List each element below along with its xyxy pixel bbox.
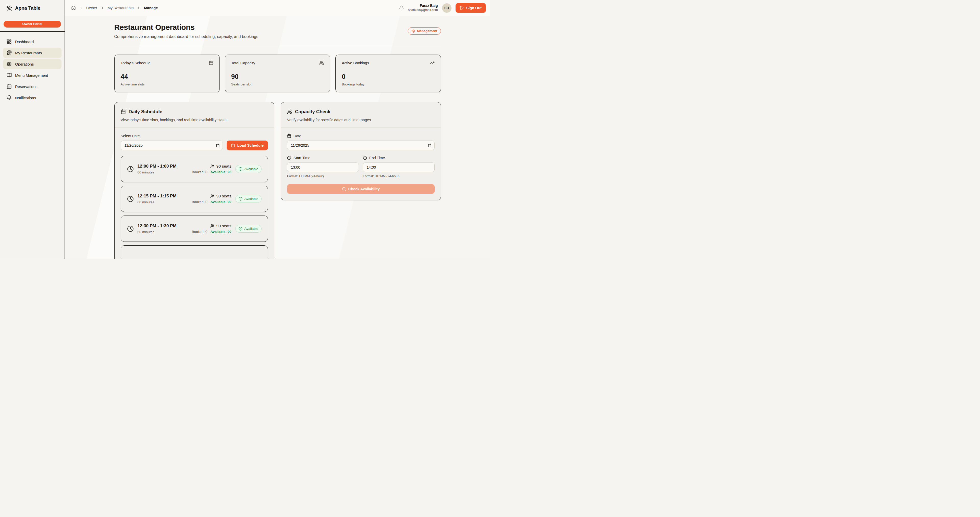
sidebar-item-label: Reservations xyxy=(15,84,38,89)
stat-value: 44 xyxy=(121,73,213,81)
stat-caption: Seats per slot xyxy=(231,82,324,86)
calendar-icon xyxy=(6,84,12,89)
slot-seats: 90 seats xyxy=(216,224,231,228)
gear-icon xyxy=(411,29,415,33)
panel-title: Capacity Check xyxy=(295,109,331,114)
capacity-date-input[interactable] xyxy=(287,141,434,150)
stat-title: Today's Schedule xyxy=(121,61,151,65)
gear-icon xyxy=(6,62,12,67)
home-icon[interactable] xyxy=(71,6,76,10)
slot-seats: 90 seats xyxy=(216,194,231,198)
stat-card-todays-schedule: Today's Schedule 44 Active time slots xyxy=(115,55,220,92)
clock-icon xyxy=(127,196,134,202)
capacity-check-panel: Capacity Check Verify availability for s… xyxy=(281,102,441,200)
sidebar-nav: Dashboard My Restaurants xyxy=(0,32,65,107)
sidebar-item-menu-management[interactable]: Menu Management xyxy=(3,70,62,80)
search-icon xyxy=(342,187,346,191)
panel-subtitle: View today's time slots, bookings, and r… xyxy=(121,118,268,122)
sidebar-item-notifications[interactable]: Notifications xyxy=(3,93,62,103)
users-icon xyxy=(287,109,292,114)
layout-dashboard-icon xyxy=(6,39,12,44)
topbar: Owner My Restaurants Manage xyxy=(65,0,490,16)
slot-duration: 60 minutes xyxy=(138,170,177,174)
slot-card[interactable]: 12:30 PM - 1:30 PM 60 minutes xyxy=(121,216,268,242)
bell-icon[interactable] xyxy=(399,5,404,11)
sign-out-button[interactable]: Sign Out xyxy=(455,3,486,13)
users-icon xyxy=(210,194,215,198)
schedule-date-input[interactable] xyxy=(121,141,223,150)
check-circle-icon xyxy=(239,197,242,201)
sidebar-item-dashboard[interactable]: Dashboard xyxy=(3,36,62,47)
calendar-icon xyxy=(287,134,291,138)
user-name: Faraz Baig xyxy=(408,3,438,8)
slot-time: 12:15 PM - 1:15 PM xyxy=(138,193,177,199)
sidebar-item-my-restaurants[interactable]: My Restaurants xyxy=(3,48,62,58)
select-date-label: Select Date xyxy=(121,134,268,138)
stat-caption: Active time slots xyxy=(121,82,213,86)
check-availability-label: Check Availability xyxy=(348,187,380,191)
breadcrumb-manage: Manage xyxy=(144,6,158,10)
stats-row: Today's Schedule 44 Active time slots xyxy=(115,55,441,92)
end-time-hint: Format: HH:MM (24-hour) xyxy=(363,174,434,178)
app-root: Apna Table Owner Portal Dashboard xyxy=(0,0,490,258)
end-time-field: End Time Format: HH:MM (24-hour) xyxy=(363,156,434,178)
slot-available: Available: 90 xyxy=(210,230,231,234)
start-time-hint: Format: HH:MM (24-hour) xyxy=(287,174,359,178)
app-logo: Apna Table xyxy=(0,0,65,16)
status-label: Available xyxy=(244,167,258,171)
check-availability-button[interactable]: Check Availability xyxy=(287,184,434,194)
users-icon xyxy=(210,224,215,228)
chevron-right-icon xyxy=(100,6,104,10)
clock-icon xyxy=(287,156,291,160)
clock-icon xyxy=(363,156,367,160)
sidebar-item-reservations[interactable]: Reservations xyxy=(3,81,62,92)
stat-value: 90 xyxy=(231,73,324,81)
check-circle-icon xyxy=(239,167,242,171)
load-schedule-button[interactable]: Load Schedule xyxy=(227,141,268,150)
owner-portal-badge: Owner Portal xyxy=(3,21,61,27)
app-name: Apna Table xyxy=(15,5,40,11)
stat-caption: Bookings today xyxy=(342,82,434,86)
slot-available: Available: 90 xyxy=(210,170,231,174)
sign-out-label: Sign Out xyxy=(466,6,482,10)
stat-value: 0 xyxy=(342,73,434,81)
slot-available: Available: 90 xyxy=(210,200,231,204)
end-time-input[interactable] xyxy=(363,162,434,172)
date-label: Date xyxy=(293,134,301,138)
date-picker-icon[interactable] xyxy=(428,144,431,147)
breadcrumb-owner[interactable]: Owner xyxy=(86,6,97,10)
slot-duration: 60 minutes xyxy=(138,230,177,234)
user-meta: Faraz Baig shahzad@gmail.com xyxy=(408,3,438,12)
load-schedule-label: Load Schedule xyxy=(237,143,264,147)
slot-time: 12:30 PM - 1:30 PM xyxy=(138,224,177,228)
header-divider xyxy=(115,46,441,46)
date-picker-icon[interactable] xyxy=(216,144,220,147)
utensils-crossed-icon xyxy=(6,5,12,11)
status-badge: Available xyxy=(235,195,262,203)
slot-booked: Booked: 0 · xyxy=(192,170,210,174)
sidebar-item-operations[interactable]: Operations xyxy=(3,59,62,69)
book-open-icon xyxy=(6,73,12,78)
clock-icon xyxy=(127,225,134,232)
breadcrumb: Owner My Restaurants Manage xyxy=(71,6,158,10)
sidebar: Apna Table Owner Portal Dashboard xyxy=(0,0,65,258)
stat-title: Active Bookings xyxy=(342,61,369,65)
start-time-input[interactable] xyxy=(287,162,359,172)
log-out-icon xyxy=(460,6,464,10)
slot-seats: 90 seats xyxy=(216,164,231,168)
chevron-right-icon xyxy=(137,6,141,10)
avatar[interactable]: FB xyxy=(442,3,452,13)
breadcrumb-my-restaurants[interactable]: My Restaurants xyxy=(108,6,134,10)
slot-card[interactable]: 12:15 PM - 1:15 PM 60 minutes xyxy=(121,186,268,212)
sidebar-item-label: Dashboard xyxy=(15,40,34,44)
slot-card[interactable]: 12:00 PM - 1:00 PM 60 minutes xyxy=(121,156,268,182)
slot-booked: Booked: 0 · xyxy=(192,200,210,204)
slot-time: 12:00 PM - 1:00 PM xyxy=(138,164,177,169)
sidebar-item-label: My Restaurants xyxy=(15,51,42,55)
stat-card-total-capacity: Total Capacity 90 Seats per slot xyxy=(225,55,330,92)
panel-title: Daily Schedule xyxy=(129,109,162,114)
daily-schedule-panel: Daily Schedule View today's time slots, … xyxy=(115,102,275,258)
page-subtitle: Comprehensive management dashboard for s… xyxy=(115,35,259,39)
sidebar-item-label: Menu Management xyxy=(15,73,48,78)
slot-card[interactable] xyxy=(121,245,268,258)
